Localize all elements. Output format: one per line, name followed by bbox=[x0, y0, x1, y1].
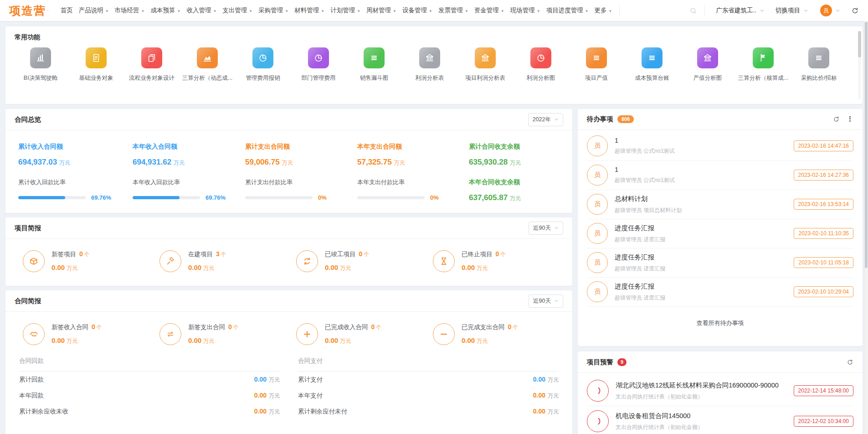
warning-item[interactable]: 湖北武汉地铁12线延长线材料采购合同16900000-90000 支出合同执行统… bbox=[587, 376, 853, 406]
todo-item[interactable]: 员 1 超级管理员 公式no1测试 2023-02-16 14:47:16 bbox=[587, 132, 853, 161]
todo-item-time-badge: 2023-02-16 14:47:16 bbox=[794, 140, 853, 151]
menu-item-首页[interactable]: 首页 ▼ bbox=[61, 6, 73, 15]
menu-item-材料管理[interactable]: 材料管理 ▼ bbox=[294, 6, 324, 15]
progress-bar bbox=[357, 196, 425, 199]
quick-function-tile[interactable]: 三算分析（核算成... bbox=[735, 47, 791, 82]
quick-function-tile[interactable]: 流程业务对象设计 bbox=[124, 47, 180, 82]
org-selector[interactable]: 广东省建筑工.. bbox=[716, 6, 765, 15]
warning-refresh-icon[interactable] bbox=[847, 359, 853, 366]
tile-label: 销售漏斗图 bbox=[360, 74, 389, 82]
menu-item-支出管理[interactable]: 支出管理 ▼ bbox=[222, 6, 252, 15]
chevron-down-icon[interactable] bbox=[835, 8, 840, 13]
money-row-label: 本年回款 bbox=[19, 392, 44, 400]
todo-item-time-badge: 2023-02-16 14:27:36 bbox=[794, 170, 853, 181]
quick-function-tile[interactable]: 成本预算台账 bbox=[624, 47, 680, 82]
search-icon[interactable] bbox=[689, 7, 697, 15]
warning-item-time-badge: 2022-12-02 10:34:00 bbox=[794, 416, 853, 427]
switch-project-selector[interactable]: 切换项目 bbox=[776, 6, 808, 15]
menu-item-label: 资金管理 bbox=[474, 6, 499, 15]
quick-function-tile[interactable]: BI决策驾驶舱 bbox=[13, 47, 68, 82]
user-avatar[interactable]: 员 bbox=[820, 5, 832, 16]
menu-item-周材管理[interactable]: 周材管理 ▼ bbox=[366, 6, 396, 15]
overview-ratio-percent: 69.76% bbox=[91, 194, 111, 201]
menu-item-计划管理[interactable]: 计划管理 ▼ bbox=[330, 6, 360, 15]
todo-item[interactable]: 员 1 超级管理员 公式no1测试 2023-02-16 14:27:36 bbox=[587, 161, 853, 190]
quick-function-tile[interactable]: 采购比价/招标 bbox=[791, 47, 847, 82]
pie-chart-icon bbox=[530, 47, 551, 68]
quick-function-tile[interactable]: 利润分析图 bbox=[513, 47, 569, 82]
panel-scrollbar-thumb[interactable] bbox=[858, 31, 861, 57]
menu-item-项目进度管理[interactable]: 项目进度管理 ▼ bbox=[546, 6, 589, 15]
menu-item-现场管理[interactable]: 现场管理 ▼ bbox=[510, 6, 540, 15]
todo-more-icon[interactable]: ⋮ bbox=[847, 115, 853, 123]
search-area[interactable] bbox=[620, 7, 704, 15]
brief-stat-item: 新签项目0个 0.00万元 bbox=[23, 250, 159, 272]
switch-project-label: 切换项目 bbox=[776, 6, 800, 15]
quick-function-tile[interactable]: 部门管理费用 bbox=[291, 47, 346, 82]
menu-item-设备管理[interactable]: 设备管理 ▼ bbox=[402, 6, 432, 15]
todo-item-title: 1 bbox=[615, 166, 787, 173]
brief-stat-amount: 0.00 bbox=[188, 264, 201, 271]
view-all-todos-link[interactable]: 查看所有待办事项 bbox=[578, 307, 863, 346]
menu-item-产品说明[interactable]: 产品说明 ▼ bbox=[79, 6, 109, 15]
quick-function-tile[interactable]: 项目利润分析表 bbox=[457, 47, 513, 82]
todo-panel-title: 待办事项 bbox=[587, 115, 613, 124]
money-row: 累计剩余应收未收 0.00万元 bbox=[19, 403, 280, 419]
contract-money-section: 合同回款 累计回款 0.00万元 本年回款 0.00万元 累计剩余应收未收 0.… bbox=[5, 345, 572, 419]
brief-stat-item: 已完成支出合同0个 0.00万元 bbox=[433, 323, 570, 345]
brief-stat-count-unit: 个 bbox=[364, 251, 369, 258]
quick-function-tile[interactable]: 产值分析图 bbox=[680, 47, 735, 82]
brief-stat-amount: 0.00 bbox=[462, 264, 475, 271]
todo-item[interactable]: 员 进度任务汇报 超级管理员 进度汇报 2023-02-10 11:05:18 bbox=[587, 248, 853, 278]
menu-item-市场经营[interactable]: 市场经营 ▼ bbox=[115, 6, 145, 15]
app-logo[interactable]: 项造营 ˇ bbox=[9, 5, 49, 16]
member-avatar: 员 bbox=[587, 281, 608, 302]
tile-label: 成本预算台账 bbox=[635, 74, 669, 82]
quick-function-tile[interactable]: 利润分析表 bbox=[402, 47, 457, 82]
handshake-icon bbox=[23, 323, 45, 345]
warning-item[interactable]: 机电设备租赁合同145000 支出合同执行统计表（初始化金额） 2022-12-… bbox=[587, 406, 853, 434]
menu-item-发票管理[interactable]: 发票管理 ▼ bbox=[438, 6, 468, 15]
menu-item-更多[interactable]: 更多 ▼ bbox=[595, 6, 612, 15]
quick-function-tile[interactable]: 三算分析（动态成... bbox=[180, 47, 235, 82]
year-filter-select[interactable]: 2022年 bbox=[528, 113, 563, 126]
todo-refresh-icon[interactable] bbox=[833, 116, 840, 123]
caret-down-icon: ▼ bbox=[609, 9, 612, 13]
menu-item-采购管理[interactable]: 采购管理 ▼ bbox=[258, 6, 288, 15]
todo-item[interactable]: 员 总材料计划 超级管理员 项目总材料计划 2023-02-16 13:53:1… bbox=[587, 190, 853, 219]
quick-function-tile[interactable]: 销售漏斗图 bbox=[346, 47, 402, 82]
todo-item[interactable]: 员 进度任务汇报 超级管理员 进度汇报 2023-02-10 10:29:04 bbox=[587, 278, 853, 307]
overview-stat: 本年收入合同额 694,931.62万元 bbox=[133, 143, 245, 167]
overview-stat: 本年支出合同额 57,325.75万元 bbox=[357, 143, 469, 167]
exchange-icon bbox=[159, 323, 181, 345]
contract-brief-range-select[interactable]: 近90天 bbox=[529, 294, 563, 308]
project-brief-range-select[interactable]: 近90天 bbox=[529, 222, 563, 235]
page-refresh-icon[interactable] bbox=[851, 7, 859, 15]
warning-icon bbox=[587, 410, 609, 432]
brief-stat-label: 已终止项目 bbox=[462, 251, 493, 258]
caret-down-icon: ▼ bbox=[465, 9, 468, 13]
page-scrollbar[interactable] bbox=[864, 21, 868, 434]
quick-function-tile[interactable]: 项目产值 bbox=[569, 47, 624, 82]
page-scrollbar-thumb[interactable] bbox=[865, 22, 868, 268]
brief-stat-count-unit: 个 bbox=[233, 324, 239, 331]
menu-item-label: 收入管理 bbox=[186, 6, 211, 15]
menu-item-成本预算[interactable]: 成本预算 ▼ bbox=[151, 6, 181, 15]
quick-function-tile[interactable]: 基础业务对象 bbox=[68, 47, 124, 82]
menu-item-资金管理[interactable]: 资金管理 ▼ bbox=[474, 6, 504, 15]
todo-item[interactable]: 员 进度任务汇报 超级管理员 进度汇报 2023-02-10 11:10:35 bbox=[587, 219, 853, 248]
main-menu: 首页 ▼ 产品说明 ▼ 市场经营 ▼ 成本预算 ▼ 收入管理 ▼ 支出管理 ▼ … bbox=[61, 6, 612, 15]
menu-item-label: 发票管理 bbox=[438, 6, 463, 15]
flag-icon bbox=[753, 47, 774, 68]
quick-function-tile[interactable]: 管理费用报销 bbox=[235, 47, 291, 82]
money-row-unit: 万元 bbox=[548, 377, 559, 383]
menu-item-收入管理[interactable]: 收入管理 ▼ bbox=[186, 6, 216, 15]
quick-functions-panel: 常用功能 BI决策驾驶舱 基础业务对象 流程业务对象设计 三算分析（动态成...… bbox=[5, 26, 863, 104]
navbar-right: 广东省建筑工.. 切换项目 员 bbox=[619, 5, 862, 16]
minus-icon bbox=[433, 323, 455, 345]
chevron-down-icon bbox=[760, 8, 765, 13]
panel-scrollbar[interactable] bbox=[858, 31, 861, 99]
menu-item-label: 成本预算 bbox=[151, 6, 175, 15]
brief-stat-count-unit: 个 bbox=[221, 251, 226, 258]
brief-stat-amount-unit: 万元 bbox=[340, 338, 351, 344]
